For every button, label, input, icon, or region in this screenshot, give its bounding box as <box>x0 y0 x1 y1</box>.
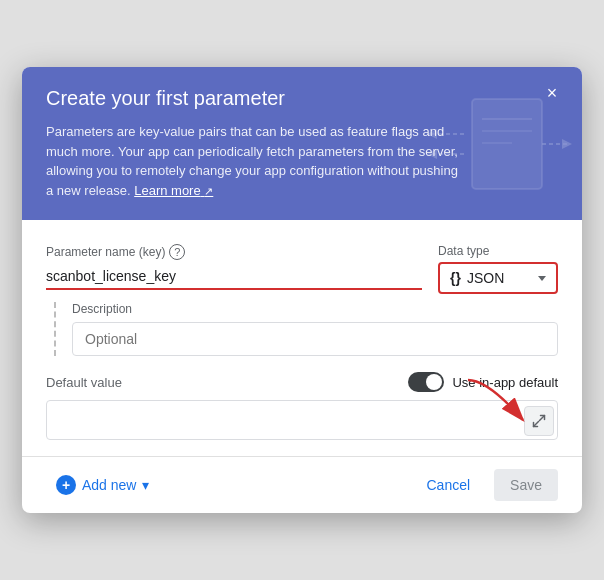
param-name-input[interactable] <box>46 264 422 290</box>
data-type-select[interactable]: {} JSON <box>438 262 558 294</box>
param-name-label: Parameter name (key) ? <box>46 244 422 260</box>
svg-marker-7 <box>427 149 437 159</box>
value-input[interactable] <box>46 400 558 440</box>
description-section: Description <box>54 302 558 356</box>
param-name-group: Parameter name (key) ? <box>46 244 422 290</box>
data-type-label: Data type <box>438 244 558 258</box>
close-button[interactable]: × <box>538 79 566 107</box>
json-icon: {} <box>450 270 461 286</box>
svg-marker-9 <box>562 139 572 149</box>
create-parameter-dialog: × Create your first parameter Parameters… <box>22 67 582 513</box>
external-link-icon: ↗ <box>204 185 213 197</box>
use-in-app-label: Use in-app default <box>452 375 558 390</box>
cancel-button[interactable]: Cancel <box>410 469 486 501</box>
help-icon[interactable]: ? <box>169 244 185 260</box>
value-input-container <box>46 400 558 440</box>
dialog-footer: + Add new ▾ Cancel Save <box>22 456 582 513</box>
add-new-dropdown-icon: ▾ <box>142 477 149 493</box>
save-button[interactable]: Save <box>494 469 558 501</box>
dialog-header: × Create your first parameter Parameters… <box>22 67 582 220</box>
expand-icon <box>532 414 546 428</box>
svg-marker-5 <box>427 129 437 139</box>
param-name-row: Parameter name (key) ? Data type {} JSON <box>46 244 558 294</box>
expand-button[interactable] <box>524 406 554 436</box>
description-input[interactable] <box>72 322 558 356</box>
dialog-body: Parameter name (key) ? Data type {} JSON… <box>22 220 582 456</box>
data-type-text: JSON <box>467 270 532 286</box>
footer-actions: Cancel Save <box>410 469 558 501</box>
add-new-button[interactable]: + Add new ▾ <box>46 469 159 501</box>
add-icon: + <box>56 475 76 495</box>
use-in-app-toggle[interactable] <box>408 372 444 392</box>
use-in-app-row: Use in-app default <box>408 372 558 392</box>
learn-more-link[interactable]: Learn more ↗ <box>134 183 213 198</box>
data-type-group: Data type {} JSON <box>438 244 558 294</box>
default-value-row: Default value Use in-app default <box>46 372 558 392</box>
default-value-label: Default value <box>46 375 122 390</box>
toggle-knob <box>426 374 442 390</box>
description-label: Description <box>72 302 558 316</box>
chevron-down-icon <box>538 276 546 281</box>
